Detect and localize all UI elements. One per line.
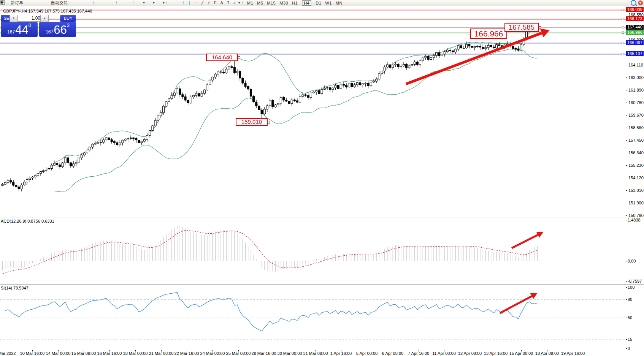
autotrading-icon[interactable] [44, 0, 50, 5]
candle-body [94, 143, 96, 144]
periods-dropdown-caret[interactable]: ▼ [152, 2, 155, 4]
fibonacci-tool-icon[interactable]: F [213, 0, 218, 5]
toolbar-grip[interactable] [183, 1, 185, 5]
time-axis-label[interactable]: 25 Mar 08:00 [225, 351, 251, 356]
price-annotation-label[interactable]: 166.966 [470, 28, 507, 39]
auto-scroll-icon[interactable] [120, 0, 125, 5]
toolbar-grip[interactable] [133, 1, 135, 5]
time-axis-label[interactable]: 1 Apr 16:00 [328, 351, 354, 356]
level-line-handle[interactable] [622, 53, 624, 55]
line-chart-icon[interactable] [86, 0, 92, 5]
new-order-icon[interactable] [4, 0, 10, 5]
horizontal-line-tool-icon[interactable]: ─ [193, 0, 199, 5]
notification-icon[interactable]: 1 [638, 0, 643, 5]
time-axis-label[interactable]: 24 Mar 00:00 [200, 351, 225, 356]
text-tool-icon[interactable]: A [219, 0, 225, 5]
toolbar-grip[interactable] [93, 1, 95, 5]
crosshair-icon[interactable] [176, 0, 182, 5]
time-axis-label[interactable]: 19 Apr 16:00 [560, 351, 586, 356]
time-axis-label[interactable]: 18 Apr 08:00 [534, 351, 560, 356]
timeframe-button-m15[interactable]: M15 [267, 1, 276, 5]
time-axis-label[interactable]: Mar 2022 [0, 351, 16, 356]
rsi-separator[interactable] [0, 284, 644, 284]
price-axis-column[interactable] [626, 6, 644, 356]
macd-separator[interactable] [0, 217, 644, 217]
volume-decrease-button[interactable]: ▼ [10, 15, 18, 22]
time-axis-label[interactable]: 21 Mar 08:00 [148, 351, 174, 356]
toolbar-grip[interactable] [70, 1, 71, 5]
time-axis-label[interactable]: 6 Apr 08:00 [380, 351, 406, 356]
time-axis-label[interactable]: 31 Mar 08:00 [303, 351, 328, 356]
cursor-icon[interactable] [170, 0, 176, 5]
bollinger-upper-band[interactable] [54, 25, 538, 163]
buy-button[interactable]: BUY [60, 15, 76, 22]
arrows-dropdown-caret[interactable]: ▼ [238, 2, 241, 4]
indicators-dropdown-caret[interactable]: ▼ [143, 2, 145, 4]
timeframe-button-m1[interactable]: M1 [247, 1, 253, 5]
volume-increase-button[interactable]: ▲ [40, 15, 49, 22]
market-depth-icon[interactable] [25, 0, 31, 5]
volume-input[interactable]: 1.00 [18, 15, 42, 22]
price-chart-canvas[interactable] [0, 0, 644, 356]
templates-dropdown-caret[interactable]: ▼ [162, 2, 165, 4]
trend-arrow-line[interactable] [512, 235, 538, 248]
trend-arrow-line[interactable] [500, 296, 532, 313]
tile-windows-icon[interactable] [109, 0, 115, 5]
timeframe-button-m5[interactable]: M5 [257, 1, 263, 5]
trendline-tool-icon[interactable]: ╱ [200, 0, 205, 5]
trend-arrow-line[interactable] [406, 33, 542, 84]
time-axis-label[interactable]: 7 Apr 16:00 [406, 351, 431, 356]
bar-chart-icon[interactable] [73, 0, 79, 5]
bollinger-lower-band[interactable] [54, 49, 538, 192]
time-axis-label[interactable]: 22 Mar 16:00 [174, 351, 200, 356]
level-line-handle[interactable] [622, 42, 624, 44]
arrows-tool-icon[interactable]: ✓ [232, 0, 238, 5]
level-line-handle[interactable] [622, 18, 624, 20]
new-order-label[interactable]: 新订单 [11, 0, 23, 6]
level-line-handle[interactable] [622, 9, 624, 11]
time-axis-label[interactable]: 30 Mar 00:00 [277, 351, 303, 356]
time-axis-label[interactable]: 14 Mar 00:00 [45, 351, 71, 356]
sell-price-tile[interactable]: 167440 [1, 22, 38, 37]
time-axis-label[interactable]: 16 Mar 16:00 [97, 351, 122, 356]
toolbar-grip[interactable] [116, 1, 118, 5]
toolbar-grip[interactable] [167, 1, 168, 5]
timeframe-button-m30[interactable]: M30 [279, 1, 288, 5]
timeframe-button-h1[interactable]: H1 [292, 1, 298, 5]
zoom-in-icon[interactable] [97, 0, 102, 5]
time-axis-label[interactable]: 5 Apr 00:00 [354, 351, 380, 356]
timeframe-button-d1[interactable]: D1 [316, 1, 321, 5]
time-axis-label[interactable]: 15 Mar 08:00 [71, 351, 97, 356]
community-icon[interactable] [32, 0, 37, 5]
candlestick-icon[interactable] [80, 0, 86, 5]
time-axis-label[interactable]: 12 Apr 08:00 [457, 351, 483, 356]
rsi-line[interactable] [5, 293, 538, 331]
channel-tool-icon[interactable]: ⫽ [206, 0, 212, 5]
time-axis-label[interactable]: 13 Apr 16:00 [483, 351, 509, 356]
timeframe-button-mn[interactable]: MN [336, 1, 343, 5]
chart-shift-icon[interactable] [126, 0, 132, 5]
price-annotation-label[interactable]: 167.585 [504, 23, 539, 32]
price-annotation-label[interactable]: 164.640 [206, 54, 238, 61]
zoom-out-icon[interactable] [103, 0, 109, 5]
timeframe-button-h4[interactable]: H4 [302, 0, 311, 6]
timeframe-button-w1[interactable]: W1 [325, 1, 332, 5]
time-axis-label[interactable]: 15 Apr 00:00 [508, 351, 534, 356]
time-axis-label[interactable]: 18 Mar 00:00 [122, 351, 148, 356]
toolbar-grip[interactable] [242, 1, 244, 5]
templates-icon[interactable] [156, 0, 162, 5]
periods-icon[interactable] [146, 0, 152, 5]
autotrading-label[interactable]: 自动交易 [51, 0, 68, 6]
level-line-handle[interactable] [622, 32, 624, 34]
price-annotation-label[interactable]: 159.010 [236, 118, 268, 126]
level-line-handle[interactable] [622, 27, 624, 28]
time-axis-label[interactable]: 10 Mar 16:00 [19, 351, 45, 356]
buy-price-tile[interactable]: 167663 [39, 22, 76, 37]
search-icon[interactable] [631, 0, 636, 5]
vertical-line-tool-icon[interactable]: │ [187, 0, 192, 5]
indicators-icon[interactable] [136, 0, 142, 5]
signals-icon[interactable] [38, 0, 44, 5]
time-axis-label[interactable]: 11 Apr 00:00 [431, 351, 457, 356]
label-tool-icon[interactable]: T [225, 0, 231, 5]
time-axis-label[interactable]: 28 Mar 16:00 [251, 351, 277, 356]
